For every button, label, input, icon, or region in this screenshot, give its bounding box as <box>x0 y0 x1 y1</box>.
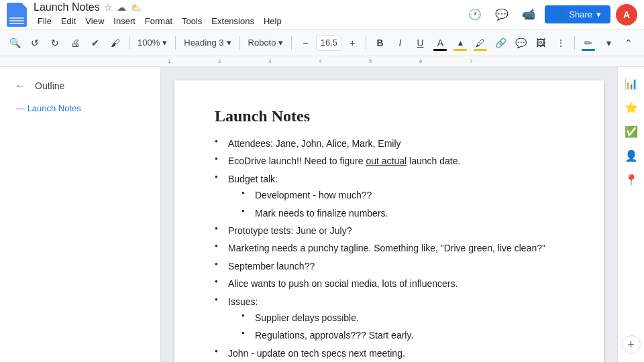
share-button[interactable]: 👤 Share ▾ <box>545 5 610 23</box>
sidebar-header: ← Outline <box>0 74 160 101</box>
font-dropdown[interactable]: Roboto ▾ <box>244 34 288 52</box>
list-item-8: John - update on tech specs next meeting… <box>215 346 564 361</box>
redo-button[interactable]: ↻ <box>46 34 64 52</box>
divider-5 <box>366 36 366 50</box>
right-sidebar-icon-3[interactable]: 👤 <box>621 145 642 166</box>
menu-insert[interactable]: Insert <box>109 15 140 27</box>
spellcheck-button[interactable]: ✔ <box>86 34 105 52</box>
underline-button[interactable]: U <box>411 34 429 52</box>
doc-page: Launch Notes Attendees: Jane, John, Alic… <box>174 80 604 362</box>
toolbar: 🔍 ↺ ↻ 🖨 ✔ 🖌 100% ▾ Heading 3 ▾ Roboto ▾ … <box>0 29 644 56</box>
share-dropdown-icon: ▾ <box>596 9 601 19</box>
divider-2 <box>175 36 176 50</box>
outline-item-launch-notes[interactable]: — Launch Notes <box>0 101 160 116</box>
font-size-input[interactable] <box>316 35 341 51</box>
list-item-6: Alice wants to push on social media, lot… <box>215 276 564 291</box>
comment-icon[interactable]: 💬 <box>491 4 513 25</box>
people-icon: 👤 <box>554 9 565 19</box>
zoom-dropdown-icon: ▾ <box>162 38 167 48</box>
more-button[interactable]: ⋮ <box>551 34 570 52</box>
comment-insert-button[interactable]: 💬 <box>511 34 530 52</box>
font-color-button[interactable]: A <box>431 34 449 52</box>
expand-button[interactable]: ⌃ <box>619 34 638 52</box>
menu-help[interactable]: Help <box>260 15 286 27</box>
folder-icon[interactable]: ⛅ <box>130 2 142 13</box>
italic-button[interactable]: I <box>390 34 409 52</box>
sub-list-item-7-1: Regulations, approvals??? Start early. <box>241 328 564 343</box>
print-button[interactable]: 🖨 <box>66 34 85 52</box>
font-size-decrease-button[interactable]: − <box>296 34 315 52</box>
font-dropdown-icon: ▾ <box>278 38 283 48</box>
right-sidebar-icon-4[interactable]: 📍 <box>621 169 642 190</box>
title-bar: Launch Notes ☆ ☁ ⛅ File Edit View Insert… <box>0 0 644 29</box>
menu-tools[interactable]: Tools <box>178 15 206 27</box>
menu-extensions[interactable]: Extensions <box>207 15 258 27</box>
divider-1 <box>129 36 129 50</box>
sub-list-item-2-0: Development - how much?? <box>241 188 564 202</box>
undo-button[interactable]: ↺ <box>25 34 44 52</box>
menu-view[interactable]: View <box>81 15 108 27</box>
sub-list-2: Development - how much?? Mark needs to f… <box>241 188 564 221</box>
right-sidebar-add-button[interactable]: + <box>622 335 641 354</box>
divider-6 <box>574 36 575 50</box>
main-bullet-list: Attendees: Jane, John, Alice, Mark, Emil… <box>215 136 564 362</box>
back-button[interactable]: ← <box>11 76 30 95</box>
menu-file[interactable]: File <box>34 15 56 27</box>
list-item-1: EcoDrive launch!! Need to figure out act… <box>215 154 564 168</box>
heading-style-dropdown[interactable]: Heading 3 ▾ <box>180 34 235 52</box>
font-size-increase-button[interactable]: + <box>343 34 362 52</box>
doc-wrapper[interactable]: Launch Notes Attendees: Jane, John, Alic… <box>161 67 617 362</box>
highlight-button[interactable]: 🖊 <box>471 34 490 52</box>
image-button[interactable]: 🖼 <box>531 34 550 52</box>
history-icon[interactable]: 🕐 <box>464 4 486 25</box>
pen-dropdown-button[interactable]: ▾ <box>599 34 618 52</box>
zoom-dropdown[interactable]: 100% ▾ <box>133 34 171 52</box>
doc-title[interactable]: Launch Notes <box>34 1 100 13</box>
right-sidebar-icon-2[interactable]: ✅ <box>621 121 642 142</box>
paint-format-button[interactable]: 🖌 <box>106 34 125 52</box>
pen-tool-button[interactable]: ✏ <box>579 34 598 52</box>
heading-dropdown-icon: ▾ <box>227 38 231 48</box>
sub-list-item-2-1: Mark needs to finalize numbers. <box>241 206 564 221</box>
menu-bar: File Edit View Insert Format Tools Exten… <box>34 15 464 27</box>
sub-list-item-7-0: Supplier delays possible. <box>241 310 564 325</box>
search-button[interactable]: 🔍 <box>5 34 24 52</box>
outline-label: Outline <box>35 80 64 91</box>
avatar[interactable]: A <box>616 4 637 25</box>
menu-edit[interactable]: Edit <box>57 15 80 27</box>
list-item-3: Prototype tests: June or July? <box>215 223 564 238</box>
list-item-0: Attendees: Jane, John, Alice, Mark, Emil… <box>215 136 564 151</box>
doc-icon <box>7 3 27 27</box>
outline-dash: — <box>16 103 28 113</box>
right-sidebar-icon-0[interactable]: 📊 <box>621 72 642 94</box>
list-item-7: Issues: Supplier delays possible. Regula… <box>215 294 564 343</box>
list-item-5: September launch?? <box>215 259 564 274</box>
sub-list-7: Supplier delays possible. Regulations, a… <box>241 310 564 343</box>
link-button[interactable]: 🔗 <box>491 34 510 52</box>
right-sidebar: 📊 ⭐ ✅ 👤 📍 + <box>617 67 644 362</box>
menu-format[interactable]: Format <box>141 15 176 27</box>
cloud-icon[interactable]: ☁ <box>117 2 126 13</box>
main: ← Outline — Launch Notes Launch Notes At… <box>0 67 644 362</box>
divider-3 <box>239 36 240 50</box>
video-icon[interactable]: 📹 <box>518 4 539 25</box>
highlight-color-button[interactable]: ▲ <box>451 34 470 52</box>
right-sidebar-icon-1[interactable]: ⭐ <box>621 97 642 118</box>
bold-button[interactable]: B <box>370 34 389 52</box>
list-item-2: Budget talk: Development - how much?? Ma… <box>215 172 564 221</box>
title-bar-right: 🕐 💬 📹 👤 Share ▾ A <box>464 4 637 25</box>
title-area: Launch Notes ☆ ☁ ⛅ File Edit View Insert… <box>34 1 464 27</box>
list-item-4: Marketing needs a punchy tagline. Someth… <box>215 241 564 255</box>
divider-4 <box>291 36 292 50</box>
ruler: 1 2 3 4 5 6 7 <box>0 56 644 67</box>
sidebar: ← Outline — Launch Notes <box>0 67 161 362</box>
doc-page-title: Launch Notes <box>215 107 564 125</box>
star-icon[interactable]: ☆ <box>104 2 113 13</box>
